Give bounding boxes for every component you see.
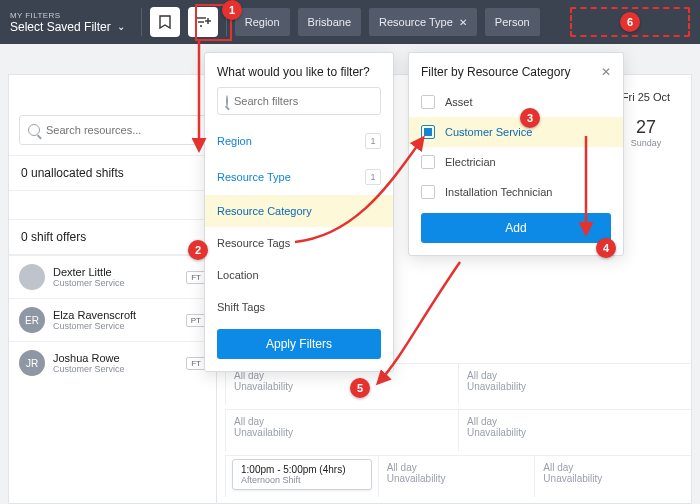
cell-allday[interactable]: All dayUnavailability [458, 410, 691, 451]
category-popover: Filter by Resource Category ✕ AssetCusto… [408, 52, 624, 256]
filter-pill-brisbane[interactable]: Brisbane [298, 8, 361, 36]
schedule-row-elza: All dayUnavailability All dayUnavailabil… [225, 409, 691, 451]
employment-badge: PT [186, 314, 206, 327]
person-role: Customer Service [53, 364, 125, 374]
person-row[interactable]: ER Elza Ravenscroft Customer Service PT [9, 298, 216, 341]
apply-filters-button[interactable]: Apply Filters [217, 329, 381, 359]
unallocated-header[interactable]: 0 unallocated shifts [9, 155, 216, 191]
person-role: Customer Service [53, 278, 125, 288]
checkbox-icon[interactable] [421, 185, 435, 199]
shift-name: Afternoon Shift [241, 475, 363, 485]
annotation-dropzone [570, 7, 690, 37]
cell-allday[interactable]: All dayUnavailability [225, 410, 458, 451]
person-name: Dexter Little [53, 266, 125, 278]
avatar: JR [19, 350, 45, 376]
add-filter-button[interactable] [188, 7, 218, 37]
bookmark-button[interactable] [150, 7, 180, 37]
person-role: Customer Service [53, 321, 136, 331]
cell-allday[interactable]: All dayUnavailability [534, 456, 691, 497]
checkbox-icon[interactable] [421, 125, 435, 139]
person-row[interactable]: JR Joshua Rowe Customer Service FT [9, 341, 216, 384]
person-name: Joshua Rowe [53, 352, 125, 364]
person-name: Elza Ravenscroft [53, 309, 136, 321]
category-option[interactable]: Installation Technician [409, 177, 623, 207]
my-filters-block: MY FILTERS Select Saved Filter ⌄ [10, 11, 133, 34]
filter-pill-resource-type[interactable]: Resource Type✕ [369, 8, 477, 36]
cell-shift[interactable]: 1:00pm - 5:00pm (4hrs) Afternoon Shift [225, 456, 378, 497]
checkbox-icon[interactable] [421, 95, 435, 109]
schedule-row-joshua: 1:00pm - 5:00pm (4hrs) Afternoon Shift A… [225, 455, 691, 497]
shift-offers-header[interactable]: 0 shift offers [9, 219, 216, 255]
category-option[interactable]: Asset [409, 87, 623, 117]
search-resources-input[interactable] [46, 124, 197, 136]
bookmark-icon [159, 15, 171, 29]
close-icon[interactable]: ✕ [459, 17, 467, 28]
person-row[interactable]: Dexter Little Customer Service FT [9, 255, 216, 298]
popover-title: Filter by Resource Category ✕ [409, 53, 623, 87]
search-icon [226, 95, 228, 107]
filter-count: 1 [365, 169, 381, 185]
saved-filter-select[interactable]: Select Saved Filter ⌄ [10, 20, 133, 34]
cell-allday[interactable]: All dayUnavailability [378, 456, 535, 497]
category-option[interactable]: Electrician [409, 147, 623, 177]
my-filters-label: MY FILTERS [10, 11, 133, 20]
filter-list-popover: What would you like to filter? Region1Re… [204, 52, 394, 372]
add-button[interactable]: Add [421, 213, 611, 243]
filter-item[interactable]: Resource Tags [205, 227, 393, 259]
close-icon[interactable]: ✕ [601, 65, 611, 79]
avatar [19, 264, 45, 290]
filter-search-input[interactable] [234, 95, 372, 107]
filter-count: 1 [365, 133, 381, 149]
search-resources[interactable] [19, 115, 206, 145]
cell-allday[interactable]: All dayUnavailability [458, 364, 691, 405]
shift-card[interactable]: 1:00pm - 5:00pm (4hrs) Afternoon Shift [232, 459, 372, 490]
avatar: ER [19, 307, 45, 333]
checkbox-icon[interactable] [421, 155, 435, 169]
filter-item[interactable]: Resource Category [205, 195, 393, 227]
add-filter-icon [195, 16, 211, 28]
saved-filter-label: Select Saved Filter [10, 20, 111, 34]
divider [226, 8, 227, 36]
search-icon [28, 124, 40, 136]
filter-item[interactable]: Region1 [205, 123, 393, 159]
shift-time: 1:00pm - 5:00pm (4hrs) [241, 464, 363, 475]
filter-pill-person[interactable]: Person [485, 8, 540, 36]
top-filter-bar: MY FILTERS Select Saved Filter ⌄ Region … [0, 0, 700, 44]
resource-sidebar: 0 unallocated shifts 0 shift offers Dext… [9, 75, 217, 503]
filter-search[interactable] [217, 87, 381, 115]
chevron-down-icon: ⌄ [117, 21, 125, 32]
popover-title: What would you like to filter? [205, 53, 393, 87]
filter-item[interactable]: Resource Type1 [205, 159, 393, 195]
filter-item[interactable]: Shift Tags [205, 291, 393, 323]
divider [141, 8, 142, 36]
category-option[interactable]: Customer Service [409, 117, 623, 147]
filter-item[interactable]: Location [205, 259, 393, 291]
filter-pill-region[interactable]: Region [235, 8, 290, 36]
